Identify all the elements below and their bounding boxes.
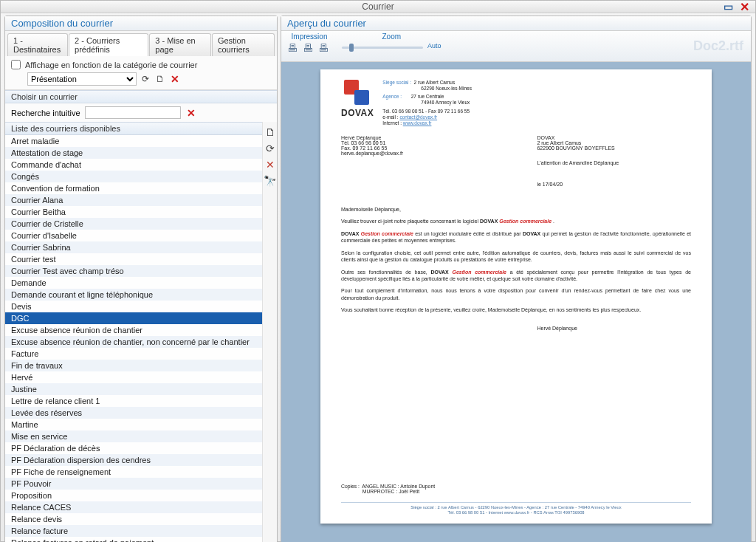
list-item[interactable]: Convention de formation xyxy=(5,182,262,194)
zoom-slider[interactable] xyxy=(342,47,423,49)
list-item[interactable]: PF Fiche de renseignement xyxy=(5,466,262,478)
list-item[interactable]: Mise en service xyxy=(5,430,262,442)
letter-body: Mademoiselle Déplanque, Veuillez trouver… xyxy=(341,206,691,314)
list-item[interactable]: Justine xyxy=(5,383,262,395)
remove-icon[interactable]: ✕ xyxy=(266,159,275,171)
titlebar: Courrier ▭ ✕ xyxy=(1,1,755,13)
tab-0[interactable]: 1 - Destinataires xyxy=(7,33,68,56)
recipient-block: DOVAX 2 rue Albert Camus 622900 BOUVIGNY… xyxy=(537,135,691,156)
preview-panel: Aperçu du courrier Impression 🖶 🖶 🖶 Zoom… xyxy=(281,16,752,542)
list-item[interactable]: Proposition xyxy=(5,490,262,501)
list-item[interactable]: Hervé xyxy=(5,371,262,383)
copies-block: Copies : ANGEL MUSIC : Antoine Dupont Co… xyxy=(341,484,435,494)
window-title: Courrier xyxy=(362,1,394,12)
delete-icon[interactable]: ✕ xyxy=(169,73,181,85)
preview-toolbar: Impression 🖶 🖶 🖶 Zoom Auto Doc2.rtf xyxy=(281,31,751,62)
clear-search-icon[interactable]: ✕ xyxy=(185,107,197,119)
category-select[interactable]: Présentation xyxy=(27,72,137,86)
list-item[interactable]: Relance CACES xyxy=(5,501,262,513)
signature: Hervé Déplanque xyxy=(537,326,691,331)
app-window: Courrier ▭ ✕ Composition du courrier 1 -… xyxy=(0,0,756,542)
list-item[interactable]: Arret maladie xyxy=(5,135,262,147)
list-item[interactable]: Levée des réserves xyxy=(5,407,262,419)
list-item[interactable]: Attestation de stage xyxy=(5,147,262,159)
list-item[interactable]: Courrier Alana xyxy=(5,194,262,206)
date-line: le 17/04/20 xyxy=(537,182,691,187)
list-item[interactable]: Courrier d'Isabelle xyxy=(5,230,262,241)
document-page: DOVAX Siège social : 2 rue Albert Camus … xyxy=(320,69,712,524)
close-button[interactable]: ✕ xyxy=(738,1,751,13)
refresh-icon[interactable]: ⟳ xyxy=(140,73,151,85)
filter-bar: Affichage en fonction de la catégorie de… xyxy=(5,56,277,90)
list-item[interactable]: Demande courant et ligne téléphonique xyxy=(5,289,262,301)
print-group-label: Impression xyxy=(292,32,328,41)
list-item[interactable]: Commande d'achat xyxy=(5,159,262,171)
list-item[interactable]: Demande xyxy=(5,277,262,289)
list-item[interactable]: Facture xyxy=(5,348,262,360)
list-item[interactable]: Excuse absence réunion de chantier xyxy=(5,324,262,336)
list-item[interactable]: DGC xyxy=(5,312,262,324)
sync-icon[interactable]: ⟳ xyxy=(266,143,275,154)
zoom-mode-label: Auto xyxy=(427,42,441,49)
list-header: Liste des courriers disponibles xyxy=(5,123,262,135)
attention-line: L'attention de Amandine Déplanque xyxy=(537,160,691,165)
composition-title: Composition du courrier xyxy=(5,16,277,31)
category-filter-checkbox[interactable] xyxy=(11,60,21,69)
new-icon[interactable]: 🗋 xyxy=(265,126,275,138)
list-item[interactable]: PF Déclaration dispersion des cendres xyxy=(5,454,262,466)
choose-courrier-header: Choisir un courrier xyxy=(5,90,277,103)
list-item[interactable]: Relance devis xyxy=(5,513,262,525)
list-item[interactable]: Lettre de relance client 1 xyxy=(5,395,262,407)
tab-3[interactable]: Gestion courriers xyxy=(212,33,275,56)
list-item[interactable]: Courrier Test avec champ tréso xyxy=(5,265,262,277)
search-input[interactable] xyxy=(85,106,181,119)
tab-1[interactable]: 2 - Courriers prédéfinis xyxy=(69,33,148,56)
list-item[interactable]: Relance factures en retard de paiement xyxy=(5,537,262,542)
list-item[interactable]: PF Pouvoir xyxy=(5,478,262,490)
zoom-group-label: Zoom xyxy=(382,32,401,41)
list-item[interactable]: Congés xyxy=(5,171,262,182)
preview-area: DOVAX Siège social : 2 rue Albert Camus … xyxy=(281,62,751,542)
print-group: Impression 🖶 🖶 🖶 xyxy=(287,32,331,55)
search-label: Recherche intuitive xyxy=(11,109,80,117)
list-item[interactable]: Courrier Beitha xyxy=(5,206,262,218)
company-logo: DOVAX xyxy=(341,80,374,126)
page-footer: Siège social : 2 rue Albert Camus - 6229… xyxy=(341,502,691,516)
list-item[interactable]: Excuse absence réunion de chantier, non … xyxy=(5,336,262,348)
letterhead-info: Siège social : 2 rue Albert Camus 62290 … xyxy=(382,80,472,126)
list-item[interactable]: Martine xyxy=(5,419,262,430)
list-item[interactable]: Fin de travaux xyxy=(5,360,262,371)
list-item[interactable]: Courrier Sabrina xyxy=(5,241,262,253)
category-filter-label: Affichage en fonction de la catégorie de… xyxy=(25,61,197,69)
print-icon[interactable]: 🖶 xyxy=(287,42,300,55)
list-item[interactable]: Courrier de Cristelle xyxy=(5,218,262,230)
tab-2[interactable]: 3 - Mise en page xyxy=(149,33,211,56)
company-brand: DOVAX xyxy=(341,108,374,118)
new-doc-icon[interactable]: 🗋 xyxy=(154,73,166,85)
list-item[interactable]: PF Déclaration de décès xyxy=(5,442,262,454)
composition-tabs: 1 - Destinataires2 - Courriers prédéfini… xyxy=(5,31,277,56)
list-action-column: 🗋 ⟳ ✕ 🔭 xyxy=(262,122,277,542)
print-settings-icon[interactable]: 🖶 xyxy=(318,42,331,55)
zoom-group: Zoom Auto xyxy=(342,32,441,49)
binoculars-icon[interactable]: 🔭 xyxy=(264,175,276,187)
list-item[interactable]: Devis xyxy=(5,301,262,312)
list-item[interactable]: Relance facture xyxy=(5,525,262,537)
list-item[interactable]: Courrier test xyxy=(5,253,262,265)
courrier-list[interactable]: Liste des courriers disponibles Arret ma… xyxy=(5,122,262,542)
sender-block: Hervé Déplanque Tél. 03 66 98 00 51 Fax.… xyxy=(341,135,403,156)
preview-title: Aperçu du courrier xyxy=(281,16,751,31)
minimize-button[interactable]: ▭ xyxy=(721,1,735,13)
print-preview-icon[interactable]: 🖶 xyxy=(303,42,316,55)
search-row: Recherche intuitive ✕ xyxy=(5,103,277,122)
document-name: Doc2.rtf xyxy=(693,38,743,54)
composition-panel: Composition du courrier 1 - Destinataire… xyxy=(4,16,278,542)
